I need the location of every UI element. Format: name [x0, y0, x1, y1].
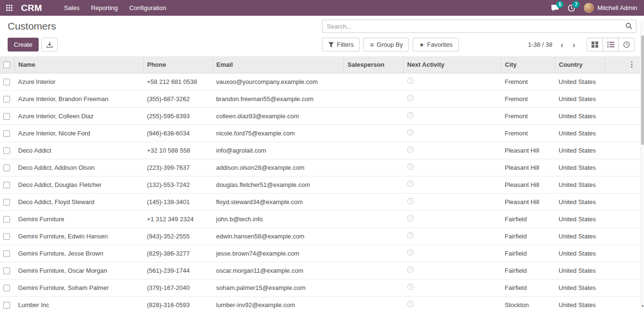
cell-email[interactable]: info@agrolait.com — [212, 142, 343, 159]
cell-salesperson[interactable] — [343, 279, 403, 296]
cell-city[interactable]: Stockton — [501, 296, 555, 309]
row-checkbox[interactable] — [3, 182, 10, 188]
cell-phone[interactable]: (223)-399-7637 — [143, 159, 212, 176]
table-row[interactable]: Deco Addict, Douglas Fletcher(132)-553-7… — [0, 176, 640, 193]
table-row[interactable]: Gemini Furniture, Edwin Hansen(943)-352-… — [0, 227, 640, 245]
column-header-phone[interactable]: Phone — [143, 56, 212, 73]
row-select-cell[interactable] — [0, 193, 14, 210]
cell-name[interactable]: Deco Addict — [14, 142, 143, 159]
activity-view-button[interactable] — [618, 38, 634, 52]
cell-name[interactable]: Azure Interior, Colleen Diaz — [14, 107, 143, 124]
next-activity-clock-icon[interactable] — [407, 266, 414, 273]
table-row[interactable]: Gemini Furniture, Oscar Morgan(561)-239-… — [0, 262, 640, 279]
cell-city[interactable]: Fremont — [501, 90, 555, 107]
cell-city[interactable]: Pleasant Hill — [501, 142, 555, 159]
cell-country[interactable]: United States — [555, 73, 605, 90]
cell-next-activity[interactable] — [403, 124, 501, 142]
select-all-checkbox[interactable] — [3, 62, 10, 68]
cell-phone[interactable]: (355)-687-3262 — [143, 90, 212, 107]
cell-name[interactable]: Azure Interior, Brandon Freeman — [14, 90, 143, 107]
search-icon[interactable] — [625, 22, 633, 30]
cell-country[interactable]: United States — [555, 227, 605, 245]
row-checkbox[interactable] — [3, 250, 10, 257]
row-select-cell[interactable] — [0, 227, 14, 245]
favorites-button[interactable]: ★ Favorites — [413, 38, 458, 52]
row-select-cell[interactable] — [0, 124, 14, 142]
row-checkbox[interactable] — [3, 302, 10, 309]
cell-salesperson[interactable] — [343, 245, 403, 262]
cell-salesperson[interactable] — [343, 210, 403, 227]
cell-country[interactable]: United States — [555, 159, 605, 176]
cell-phone[interactable]: +1 312 349 2324 — [143, 210, 212, 227]
cell-next-activity[interactable] — [403, 176, 501, 193]
next-activity-clock-icon[interactable] — [407, 112, 414, 119]
next-activity-clock-icon[interactable] — [407, 300, 414, 308]
cell-country[interactable]: United States — [555, 124, 605, 142]
cell-email[interactable]: vauxoo@yourcompany.example.com — [212, 73, 343, 90]
column-header-email[interactable]: Email — [212, 56, 343, 73]
row-select-cell[interactable] — [0, 210, 14, 227]
row-select-cell[interactable] — [0, 159, 14, 176]
pager-previous-button[interactable]: ‹ — [560, 41, 564, 48]
cell-country[interactable]: United States — [555, 279, 605, 296]
next-activity-clock-icon[interactable] — [407, 94, 414, 102]
table-row[interactable]: Gemini Furniture+1 312 349 2324john.b@te… — [0, 210, 640, 227]
row-checkbox[interactable] — [3, 199, 10, 206]
next-activity-clock-icon[interactable] — [407, 283, 414, 290]
row-checkbox[interactable] — [3, 79, 10, 85]
table-row[interactable]: Deco Addict+32 10 588 558info@agrolait.c… — [0, 142, 640, 159]
cell-email[interactable]: addison.olson28@example.com — [212, 159, 343, 176]
cell-email[interactable]: brandon.freeman55@example.com — [212, 90, 343, 107]
cell-city[interactable]: Fremont — [501, 124, 555, 142]
row-checkbox[interactable] — [3, 96, 10, 103]
cell-salesperson[interactable] — [343, 227, 403, 245]
cell-city[interactable]: Fremont — [501, 107, 555, 124]
cell-name[interactable]: Deco Addict, Floyd Steward — [14, 193, 143, 210]
cell-next-activity[interactable] — [403, 107, 501, 124]
cell-name[interactable]: Gemini Furniture, Edwin Hansen — [14, 227, 143, 245]
scroll-down-arrow[interactable]: ▼ — [641, 304, 644, 309]
cell-email[interactable]: douglas.fletcher51@example.com — [212, 176, 343, 193]
messages-button[interactable]: 5 — [551, 4, 559, 11]
cell-name[interactable]: Gemini Furniture — [14, 210, 143, 227]
cell-salesperson[interactable] — [343, 159, 403, 176]
cell-salesperson[interactable] — [343, 176, 403, 193]
table-row[interactable]: Gemini Furniture, Soham Palmer(379)-167-… — [0, 279, 640, 296]
cell-phone[interactable]: +32 10 588 558 — [143, 142, 212, 159]
filters-button[interactable]: Filters — [322, 38, 360, 52]
cell-country[interactable]: United States — [555, 193, 605, 210]
column-header-salesperson[interactable]: Salesperson — [343, 56, 403, 73]
group-by-button[interactable]: ≡ Group By — [364, 38, 409, 52]
next-activity-clock-icon[interactable] — [407, 163, 414, 170]
cell-email[interactable]: jesse.brown74@example.com — [212, 245, 343, 262]
table-row[interactable]: Deco Addict, Floyd Steward(145)-138-3401… — [0, 193, 640, 210]
cell-name[interactable]: Gemini Furniture, Oscar Morgan — [14, 262, 143, 279]
cell-country[interactable]: United States — [555, 107, 605, 124]
pager-next-button[interactable]: › — [571, 41, 576, 48]
menu-reporting[interactable]: Reporting — [91, 4, 118, 11]
cell-email[interactable]: lumber-inv92@example.com — [212, 296, 343, 309]
cell-country[interactable]: United States — [555, 142, 605, 159]
cell-phone[interactable]: (943)-352-2555 — [143, 227, 212, 245]
cell-city[interactable]: Fairfield — [501, 210, 555, 227]
cell-phone[interactable]: (145)-138-3401 — [143, 193, 212, 210]
table-row[interactable]: Gemini Furniture, Jesse Brown(829)-386-3… — [0, 245, 640, 262]
row-checkbox[interactable] — [3, 113, 10, 120]
cell-city[interactable]: Fairfield — [501, 227, 555, 245]
cell-next-activity[interactable] — [403, 159, 501, 176]
cell-email[interactable]: oscar.morgan11@example.com — [212, 262, 343, 279]
cell-name[interactable]: Lumber Inc — [14, 296, 143, 309]
cell-next-activity[interactable] — [403, 245, 501, 262]
table-row[interactable]: Azure Interior, Nicole Ford(946)-638-603… — [0, 124, 640, 142]
row-checkbox[interactable] — [3, 268, 10, 274]
cell-next-activity[interactable] — [403, 296, 501, 309]
cell-city[interactable]: Pleasant Hill — [501, 193, 555, 210]
cell-country[interactable]: United States — [555, 262, 605, 279]
cell-salesperson[interactable] — [343, 73, 403, 90]
cell-phone[interactable]: +58 212 681 0538 — [143, 73, 212, 90]
row-select-cell[interactable] — [0, 176, 14, 193]
cell-country[interactable]: United States — [555, 296, 605, 309]
cell-next-activity[interactable] — [403, 227, 501, 245]
table-row[interactable]: Lumber Inc(828)-316-0593lumber-inv92@exa… — [0, 296, 640, 309]
cell-phone[interactable]: (828)-316-0593 — [143, 296, 212, 309]
